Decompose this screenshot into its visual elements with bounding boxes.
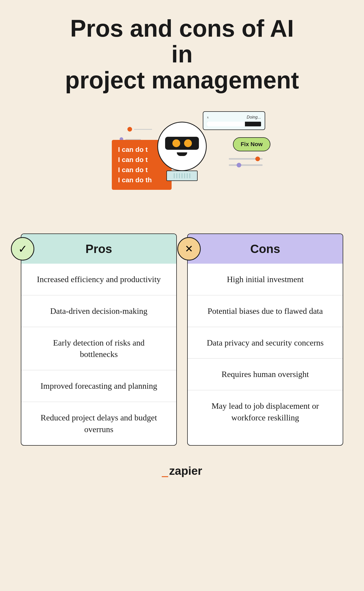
robot-head xyxy=(157,122,207,171)
dialog-title: Doing... xyxy=(247,115,261,120)
cons-item-1: High initial investment xyxy=(188,264,343,295)
collar-line xyxy=(179,173,180,178)
footer: _ zapier xyxy=(162,464,202,478)
pros-column: ✓ Pros Increased efficiency and producti… xyxy=(21,233,177,446)
slider-thumb-2 xyxy=(237,163,241,167)
dialog-progress-bar xyxy=(207,122,261,126)
deco-line1 xyxy=(134,129,152,130)
pros-item-5: Reduced project delays and budget overru… xyxy=(21,402,176,445)
pros-item-1: Increased efficiency and productivity xyxy=(21,264,176,295)
collar-line xyxy=(181,173,183,178)
cons-items-list: High initial investment Potential biases… xyxy=(188,264,343,433)
dialog-progress-fill xyxy=(207,122,245,126)
pros-title: Pros xyxy=(86,242,112,256)
cons-column: ✕ Cons High initial investment Potential… xyxy=(187,233,343,446)
robot-visor xyxy=(165,137,199,150)
pros-item-3: Early detection of risks and bottlenecks xyxy=(21,327,176,371)
dialog-box: x Doing... xyxy=(203,111,265,130)
collar-line xyxy=(174,173,175,178)
cons-item-2: Potential biases due to flawed data xyxy=(188,295,343,327)
slider-track-1 xyxy=(229,158,263,160)
pros-item-2: Data-driven decision-making xyxy=(21,295,176,327)
robot-illustration: I can do t I can do t I can do t I can d… xyxy=(91,106,273,218)
dialog-close-x: x xyxy=(207,115,209,119)
robot-body xyxy=(153,122,211,200)
cons-item-5: May lead to job displacement or workforc… xyxy=(188,390,343,433)
pros-header: ✓ Pros xyxy=(21,234,176,264)
robot-collar xyxy=(166,171,198,181)
slider-group xyxy=(229,158,263,166)
collar-line xyxy=(184,173,185,178)
cons-item-4: Requires human oversight xyxy=(188,359,343,390)
collar-line xyxy=(176,173,177,178)
robot-eye-right xyxy=(184,139,192,147)
collar-lines xyxy=(174,173,190,178)
pros-cons-table: ✓ Pros Increased efficiency and producti… xyxy=(21,233,343,446)
cons-item-3: Data privacy and security concerns xyxy=(188,327,343,359)
robot-eye-left xyxy=(172,139,180,147)
zapier-underscore: _ xyxy=(162,464,168,478)
collar-line xyxy=(187,173,188,178)
fix-now-button[interactable]: Fix Now xyxy=(233,137,270,151)
pros-check-icon: ✓ xyxy=(11,237,34,261)
page-title: Pros and cons of AI in project managemen… xyxy=(65,16,299,93)
collar-line xyxy=(189,173,190,178)
dot-orange xyxy=(127,127,132,132)
robot-mouth xyxy=(177,152,187,156)
pros-item-4: Improved forecasting and planning xyxy=(21,370,176,402)
slider-track-2 xyxy=(229,164,263,166)
cons-title: Cons xyxy=(250,242,280,256)
slider-thumb-1 xyxy=(255,157,260,161)
cons-x-icon: ✕ xyxy=(177,237,201,261)
zapier-logo: zapier xyxy=(169,464,202,477)
dialog-titlebar: x Doing... xyxy=(207,115,261,120)
pros-items-list: Increased efficiency and productivity Da… xyxy=(21,264,176,445)
cons-header: ✕ Cons xyxy=(188,234,343,264)
